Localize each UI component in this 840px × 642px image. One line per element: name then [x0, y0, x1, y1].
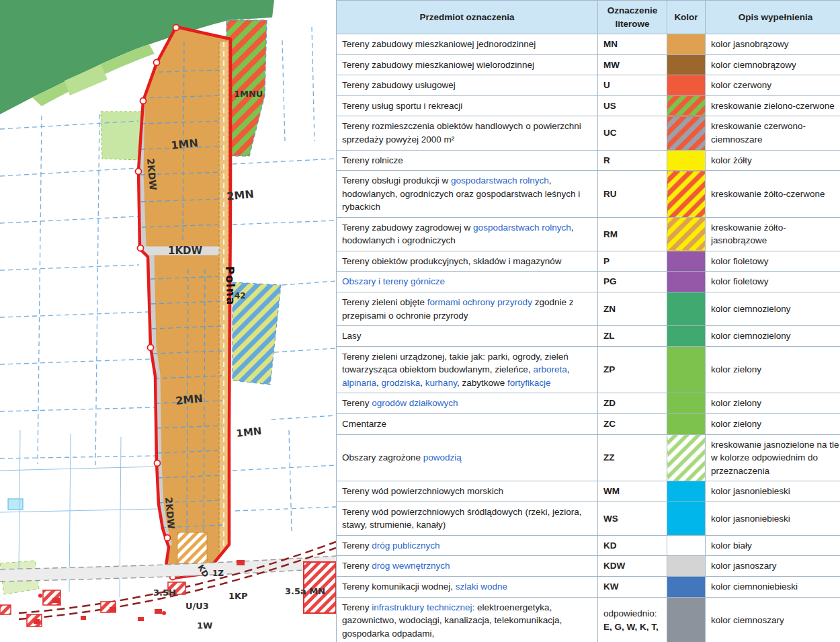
code-text: ZD: [603, 397, 661, 410]
wiki-link[interactable]: dróg publicznych: [372, 540, 439, 551]
code-text: ZC: [603, 417, 661, 431]
wiki-link[interactable]: ogrodów działkowych: [372, 398, 458, 408]
wiki-link[interactable]: fortyfikacje: [507, 378, 551, 388]
color-swatch: [667, 577, 706, 598]
code-text: WS: [603, 512, 661, 526]
hatched-parcel: [177, 532, 207, 563]
wiki-link[interactable]: gospodarstwach rolnych: [473, 223, 571, 233]
wiki-link[interactable]: grodziska: [382, 378, 421, 388]
fill-desc-cell: kolor ciemnobrązowy: [706, 54, 840, 75]
subject-text: Tereny rozmieszczenia obiektów handlowyc…: [342, 121, 581, 145]
subject-cell: Tereny zabudowy mieszkaniowej wielorodzi…: [337, 54, 598, 75]
color-swatch: [667, 95, 706, 116]
code-text: ZP: [603, 363, 661, 376]
subject-text: Tereny obiektów produkcyjnych, składów i…: [342, 256, 561, 266]
color-swatch: [667, 217, 706, 251]
code-cell: PG: [598, 272, 667, 292]
map-label: 1MNU: [234, 89, 263, 99]
subject-text: Lasy: [342, 331, 362, 341]
wiki-link[interactable]: powodzią: [423, 452, 462, 463]
wiki-link[interactable]: Obszary i tereny górnicze: [342, 276, 445, 286]
code-cell: WS: [598, 501, 667, 535]
subject-cell: Tereny dróg publicznych: [337, 535, 598, 556]
color-swatch: [667, 171, 706, 218]
wiki-link[interactable]: infrastruktury technicznej: [372, 602, 472, 612]
wiki-link[interactable]: alpinaria: [342, 378, 376, 388]
subject-text: Tereny obsługi produkcji w: [342, 175, 451, 186]
wiki-link[interactable]: dróg wewnętrznych: [372, 561, 450, 571]
subject-text: ,: [420, 378, 425, 388]
map-label: 3.5H: [153, 588, 176, 598]
fill-desc-cell: kolor żółty: [706, 150, 840, 171]
fill-desc-cell: kolor jasnobrązowy: [706, 34, 840, 55]
fill-desc-cell: kolor ciemnozielony: [706, 326, 840, 347]
subject-cell: Tereny zieleni objęte formami ochrony pr…: [337, 292, 598, 326]
code-cell: UC: [598, 116, 667, 150]
code-cell: R: [598, 150, 667, 171]
subject-cell: Tereny usług sportu i rekreacji: [337, 95, 598, 116]
fill-desc-cell: kolor zielony: [706, 346, 840, 393]
code-cell: KD: [598, 535, 667, 556]
header-fill: Opis wypełnienia: [706, 1, 840, 34]
subject-text: ,: [376, 378, 382, 388]
color-swatch: [667, 434, 706, 481]
subject-cell: Tereny komunikacji wodnej, szlaki wodne: [337, 577, 598, 598]
subject-cell: Tereny infrastruktury technicznej: elekt…: [337, 597, 598, 642]
wiki-link[interactable]: kurhany: [425, 378, 457, 388]
subject-cell: Tereny zabudowy usługowej: [337, 75, 598, 96]
subject-text: Tereny: [342, 602, 372, 612]
wiki-link[interactable]: szlaki wodne: [456, 581, 507, 592]
color-swatch: [667, 251, 706, 272]
code-cell: RU: [598, 171, 667, 218]
subject-text: Tereny zabudowy mieszkaniowej jednorodzi…: [342, 39, 536, 49]
fill-desc-cell: kreskowanie zielono-czerwone: [706, 95, 840, 116]
fill-desc-cell: kreskowanie czerwono-ciemnoszare: [706, 116, 840, 150]
subject-cell: Tereny wód powierzchniowych śródlądowych…: [337, 501, 598, 535]
color-swatch: [667, 54, 706, 75]
subject-text: Tereny: [342, 561, 372, 571]
legend-pane: Przedmiot oznaczenia Oznaczenie literowe…: [336, 0, 840, 642]
subject-cell: Tereny wód powierzchniowych morskich: [337, 481, 598, 502]
subject-cell: Cmentarze: [337, 413, 598, 434]
table-row: Tereny dróg wewnętrznychKDWkolor jasnosz…: [337, 556, 840, 577]
subject-cell: Tereny ogrodów działkowych: [337, 393, 598, 414]
code-text: RM: [603, 228, 661, 241]
code-text: KW: [603, 580, 661, 594]
subject-cell: Tereny rozmieszczenia obiektów handlowyc…: [337, 116, 598, 150]
map-label: 1W: [197, 620, 212, 631]
subject-text: Tereny zabudowy zagrodowej w: [342, 223, 473, 233]
code-text: US: [603, 99, 661, 113]
subject-cell: Tereny rolnicze: [337, 150, 598, 171]
code-cell: RM: [598, 217, 667, 251]
code-cell: ZN: [598, 292, 667, 326]
wiki-link[interactable]: gospodarstwach rolnych: [451, 175, 549, 186]
map-label: 1KDW: [168, 245, 203, 257]
table-row: Tereny komunikacji wodnej, szlaki wodneK…: [337, 577, 840, 598]
code-text: MN: [603, 38, 661, 51]
subject-cell: Tereny dróg wewnętrznych: [337, 556, 598, 577]
code-cell: U: [598, 75, 667, 96]
table-row: Tereny dróg publicznychKDkolor biały: [337, 535, 840, 556]
wiki-link[interactable]: formami ochrony przyrody: [427, 297, 532, 307]
code-cell: US: [598, 95, 667, 116]
code-cell: ZP: [598, 346, 667, 393]
subject-text: Tereny wód powierzchniowych śródlądowych…: [342, 507, 581, 530]
table-row: CmentarzeZCkolor zielony: [337, 413, 840, 434]
code-cell: MW: [598, 54, 667, 75]
code-text: PG: [603, 275, 661, 288]
table-row: Tereny rozmieszczenia obiektów handlowyc…: [337, 116, 840, 150]
code-text: KDW: [603, 559, 661, 573]
page: 1MNU1MN2MN2KDW1KDWPolna422MN1MN2KDWKD1Z3…: [0, 0, 840, 642]
color-swatch: [667, 75, 706, 96]
table-row: Tereny rolniczeRkolor żółty: [337, 150, 840, 171]
wiki-link[interactable]: arboreta: [533, 364, 566, 374]
subject-text: Tereny zabudowy usługowej: [342, 80, 456, 90]
color-swatch: [667, 326, 706, 347]
zoning-map: 1MNU1MN2MN2KDW1KDWPolna422MN1MN2KDWKD1Z3…: [0, 0, 336, 642]
fill-desc-cell: kreskowanie żółto-jasnobrązowe: [706, 217, 840, 251]
code-text: ZN: [603, 303, 661, 316]
color-swatch: [667, 597, 706, 642]
header-subject: Przedmiot oznaczenia: [337, 1, 598, 34]
subject-cell: Tereny obsługi produkcji w gospodarstwac…: [337, 171, 598, 218]
table-row: Obszary i tereny górniczePGkolor fioleto…: [337, 272, 840, 292]
